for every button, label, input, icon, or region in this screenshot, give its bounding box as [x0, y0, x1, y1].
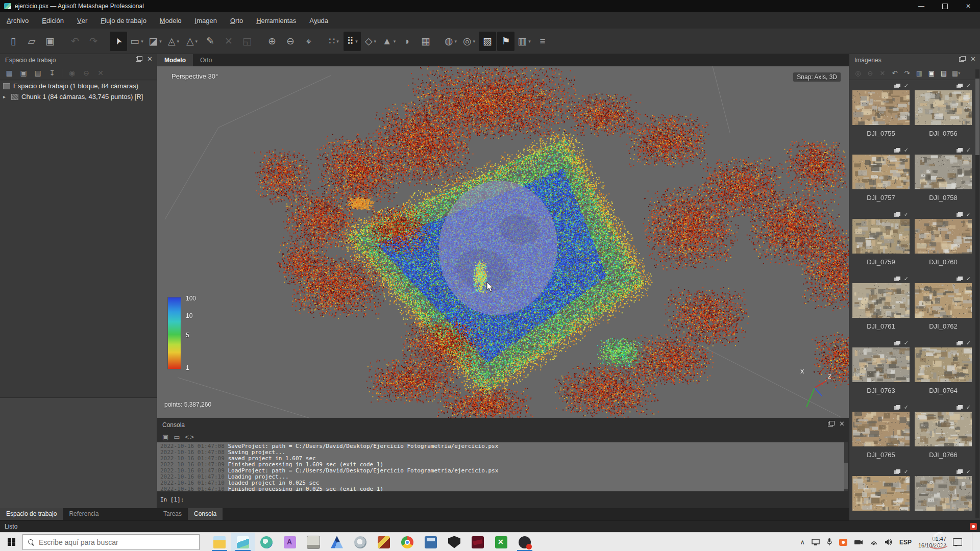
aerial-photo-thumbnail[interactable]: [852, 412, 910, 446]
image-thumbnail-cell[interactable]: ✓ DJI_0760: [914, 211, 973, 273]
dropdown-caret-icon[interactable]: ▾: [141, 39, 143, 44]
aerial-photo-thumbnail[interactable]: [852, 347, 910, 382]
legacy-pc-taskbar-icon[interactable]: [302, 533, 325, 551]
affinity-taskbar-icon[interactable]: [278, 533, 302, 551]
grid-view-icon[interactable]: ▦▾: [950, 68, 962, 78]
aerial-photo-thumbnail[interactable]: [852, 155, 910, 189]
menu-item[interactable]: Ayuda: [303, 12, 335, 29]
chrome-taskbar-icon[interactable]: [396, 533, 419, 551]
record-icon[interactable]: [839, 539, 847, 546]
select-button[interactable]: ➤ ▾: [110, 32, 127, 51]
dropdown-caret-icon[interactable]: ▾: [195, 39, 198, 44]
aerial-photo-thumbnail[interactable]: [915, 90, 972, 125]
tab-espacio-de-trabajo[interactable]: Espacio de trabajo: [0, 508, 63, 520]
aerial-photo-thumbnail[interactable]: [915, 476, 972, 511]
aerial-photo-thumbnail[interactable]: [852, 476, 910, 511]
aerial-photo-thumbnail[interactable]: [915, 412, 972, 446]
large-icons-view-icon[interactable]: ▣: [926, 68, 937, 78]
image-thumbnail-cell[interactable]: ✓ DJI_0757: [851, 147, 911, 209]
script-icon[interactable]: <>: [185, 433, 195, 441]
taskbar-search[interactable]: [22, 534, 200, 550]
add-photos-icon[interactable]: ▣: [17, 67, 30, 79]
thumbnails-button[interactable]: ▥ ▾: [516, 32, 533, 51]
rectangle-selection-button[interactable]: ▭ ▾: [128, 32, 145, 51]
close-panel-icon[interactable]: ✕: [970, 56, 976, 62]
image-thumbnail-cell[interactable]: ✓ DJI_0765: [851, 404, 911, 466]
image-thumbnail-cell[interactable]: ✓ DJI_0762: [914, 276, 973, 338]
recorder-taskbar-icon[interactable]: [513, 533, 536, 551]
network-icon[interactable]: [870, 539, 878, 545]
point-cloud-button[interactable]: ∷ ▾: [325, 32, 342, 51]
dropdown-caret-icon[interactable]: ▾: [394, 39, 396, 44]
close-panel-icon[interactable]: ✕: [147, 56, 153, 62]
tab-modelo[interactable]: Modelo: [157, 54, 193, 66]
image-thumbnail-cell[interactable]: ✓ DJI_0758: [914, 147, 973, 209]
image-thumbnail-cell[interactable]: ✓ DJI_0761: [851, 276, 911, 338]
image-thumbnail-cell[interactable]: ✓: [851, 468, 911, 519]
navigation-button[interactable]: ⌖ ▾: [300, 32, 317, 51]
security-taskbar-icon[interactable]: [443, 533, 466, 551]
save-button[interactable]: ▣ ▾: [41, 32, 59, 51]
premiere-taskbar-icon[interactable]: [466, 533, 489, 551]
photos-button[interactable]: ▦ ▾: [417, 32, 434, 51]
dropdown-caret-icon[interactable]: ▾: [355, 39, 358, 44]
display-icon[interactable]: [812, 539, 820, 546]
search-input[interactable]: [38, 538, 178, 547]
image-thumbnail-cell[interactable]: ✓: [914, 468, 973, 519]
expander-icon[interactable]: ▸: [3, 94, 8, 99]
dropdown-caret-icon[interactable]: ▾: [374, 39, 377, 44]
rotate-left-icon[interactable]: ↶: [889, 68, 900, 78]
delete-button[interactable]: ✕ ▾: [220, 32, 237, 51]
camera-icon[interactable]: [854, 539, 863, 545]
calculator-taskbar-icon[interactable]: [419, 533, 443, 551]
aerial-photo-thumbnail[interactable]: [915, 155, 972, 189]
tab-consola[interactable]: Consola: [188, 508, 223, 520]
sketchup-taskbar-icon[interactable]: [372, 533, 396, 551]
dropdown-caret-icon[interactable]: ▾: [177, 39, 180, 44]
rotate-right-icon[interactable]: ↷: [901, 68, 913, 78]
aerial-photo-thumbnail[interactable]: [915, 347, 972, 382]
dropdown-caret-icon[interactable]: ▾: [473, 39, 476, 44]
measure-button[interactable]: △ ▾: [183, 32, 201, 51]
minimize-button[interactable]: —: [910, 0, 933, 12]
menu-item[interactable]: Flujo de trabajo: [94, 12, 153, 29]
browser-taskbar-icon[interactable]: [255, 533, 278, 551]
image-thumbnail-cell[interactable]: ✓ DJI_0756: [914, 83, 973, 145]
ortho-globe-button[interactable]: ◍ ▾: [442, 32, 459, 51]
dropdown-caret-icon[interactable]: ▾: [455, 39, 457, 44]
aerial-photo-thumbnail[interactable]: [852, 219, 910, 254]
image-thumbnail-cell[interactable]: ✓ DJI_0763: [851, 340, 911, 402]
earth-taskbar-icon[interactable]: [349, 533, 372, 551]
aerial-photo-thumbnail[interactable]: [915, 219, 972, 254]
menu-item[interactable]: Ver: [70, 12, 94, 29]
zoom-out-button[interactable]: ⊖ ▾: [282, 32, 299, 51]
aerial-photo-thumbnail[interactable]: [915, 283, 972, 318]
open-button[interactable]: ▱ ▾: [23, 32, 40, 51]
tree-item-chunk[interactable]: ▸ Chunk 1 (84 cámaras, 43,745 puntos) [R…: [0, 91, 157, 102]
maximize-button[interactable]: [933, 0, 957, 12]
notifications-icon[interactable]: [953, 538, 962, 546]
point-cloud-canvas[interactable]: [157, 66, 849, 418]
hidden-icons-chevron[interactable]: ∧: [800, 538, 805, 546]
menu-item[interactable]: Orto: [224, 12, 250, 29]
resize-region-button[interactable]: ◱ ▾: [238, 32, 256, 51]
tab-referencia[interactable]: Referencia: [63, 508, 105, 520]
camera-button[interactable]: ◎ ▾: [460, 32, 478, 51]
image-thumbnail-cell[interactable]: ✓ DJI_0764: [914, 340, 973, 402]
tab-tareas[interactable]: Tareas: [157, 508, 188, 520]
float-panel-icon[interactable]: [959, 56, 966, 62]
new-document-button[interactable]: ▯ ▾: [5, 32, 22, 51]
aerial-photo-thumbnail[interactable]: [852, 90, 910, 125]
dense-cloud-button[interactable]: ⠿ ▾: [344, 32, 361, 51]
images-scrollbar[interactable]: [975, 69, 979, 518]
filter-photos-icon[interactable]: ▥: [914, 68, 925, 78]
tree-item-workspace[interactable]: Espacio de trabajo (1 bloque, 84 cámaras…: [0, 81, 157, 91]
gradual-selection-button[interactable]: ◬ ▾: [165, 32, 182, 51]
explorer-taskbar-icon[interactable]: [208, 533, 231, 551]
image-thumbnail-cell[interactable]: ✓ DJI_0759: [851, 211, 911, 273]
console-scrollbar[interactable]: [844, 442, 848, 491]
save-log-icon[interactable]: ▣: [162, 433, 168, 441]
redo-button[interactable]: ↷ ▾: [85, 32, 102, 51]
menu-item[interactable]: Herramientas: [250, 12, 303, 29]
show-desktop-strip[interactable]: [972, 533, 975, 551]
